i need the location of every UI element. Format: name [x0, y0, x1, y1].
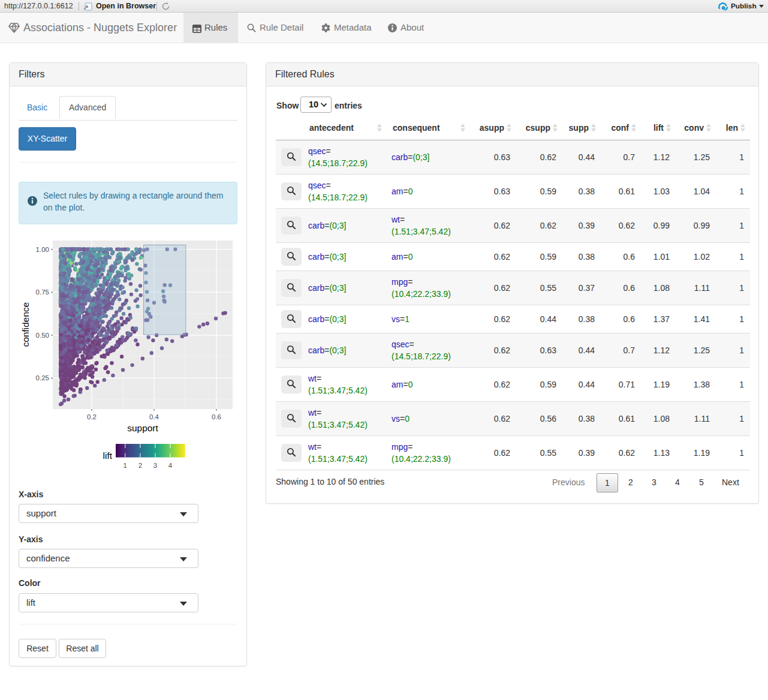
svg-text:4: 4 — [168, 462, 173, 469]
svg-text:3: 3 — [153, 462, 157, 469]
svg-text:support: support — [127, 423, 158, 433]
svg-text:2: 2 — [138, 462, 142, 469]
svg-text:confidence: confidence — [20, 302, 31, 347]
svg-text:1.00: 1.00 — [36, 246, 49, 253]
svg-text:0.75: 0.75 — [36, 289, 49, 296]
svg-text:0.4: 0.4 — [149, 413, 159, 420]
svg-text:0.2: 0.2 — [87, 413, 97, 420]
svg-text:0.50: 0.50 — [36, 332, 49, 339]
svg-text:0.25: 0.25 — [36, 374, 49, 381]
svg-text:lift: lift — [103, 450, 113, 461]
svg-text:0.6: 0.6 — [212, 413, 221, 420]
svg-text:1: 1 — [124, 462, 127, 469]
